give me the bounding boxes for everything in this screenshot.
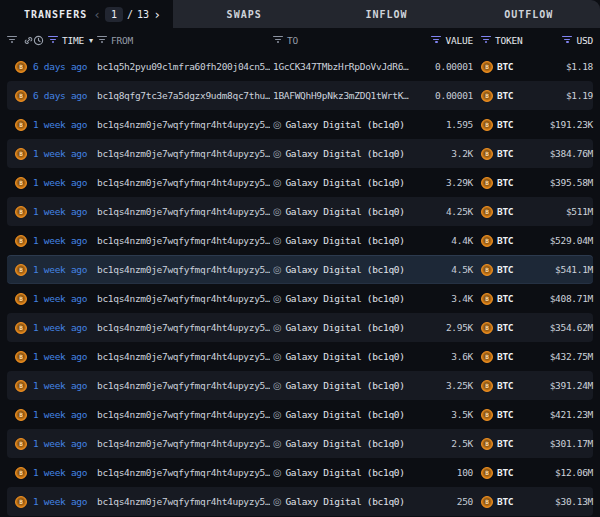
usd-text: $1.19 (527, 90, 593, 101)
row-token-cell: B BTC (473, 438, 527, 450)
time-link[interactable]: 1 week ago (33, 438, 87, 449)
filter-icon[interactable] (7, 36, 17, 45)
time-link[interactable]: 1 week ago (33, 351, 87, 362)
table-row[interactable]: B 1 week ago bc1qs4nzm0je7wqfyfmqr4ht4up… (7, 342, 593, 371)
table-row[interactable]: B 1 week ago bc1qs4nzm0je7wqfyfmqr4ht4up… (7, 313, 593, 342)
table-row[interactable]: B 1 week ago bc1qs4nzm0je7wqfyfmqr4ht4up… (7, 400, 593, 429)
prev-page-icon[interactable]: ‹ (93, 8, 101, 21)
usd-filter-icon[interactable] (562, 36, 572, 45)
token-filter-icon[interactable] (481, 36, 491, 45)
from-address-link[interactable]: bc1qs4nzm0je7wqfyfmqr4ht4upyzy5… (97, 429, 270, 458)
time-link[interactable]: 1 week ago (33, 293, 87, 304)
table-row[interactable]: B 6 days ago bc1q5h2pyu09clmfra60fh200j0… (7, 52, 593, 81)
to-link[interactable]: 1BAFWQhH9pNkz3mZDQ1tWrtKkSHVCkc… (273, 81, 413, 110)
from-address-link[interactable]: bc1qs4nzm0je7wqfyfmqr4ht4upyzy5… (97, 197, 270, 226)
table-row[interactable]: B 1 week ago bc1qs4nzm0je7wqfyfmqr4ht4up… (7, 226, 593, 255)
from-address-link[interactable]: bc1qs4nzm0je7wqfyfmqr4ht4upyzy5… (97, 487, 270, 516)
time-filter-icon[interactable] (48, 36, 58, 45)
time-link[interactable]: 1 week ago (33, 380, 87, 391)
table-row[interactable]: B 1 week ago bc1qs4nzm0je7wqfyfmqr4ht4up… (7, 284, 593, 313)
table-row[interactable]: B 6 days ago bc1q8qfg7tc3e7a5dgzx9udm8qc… (7, 81, 593, 110)
from-address-link[interactable]: bc1qs4nzm0je7wqfyfmqr4ht4upyzy5… (97, 110, 270, 139)
from-address-link[interactable]: bc1qs4nzm0je7wqfyfmqr4ht4upyzy5… (97, 255, 270, 284)
value-text: 4.25K (413, 206, 473, 217)
to-filter-icon[interactable] (273, 36, 283, 45)
to-link[interactable]: ◎ Galaxy Digital (bc1q0) (273, 284, 405, 313)
to-link[interactable]: ◎ Galaxy Digital (bc1q0) (273, 371, 405, 400)
next-page-icon[interactable]: › (153, 8, 161, 21)
column-token[interactable]: TOKEN (473, 35, 527, 46)
table-row[interactable]: B 1 week ago bc1qs4nzm0je7wqfyfmqr4ht4up… (7, 371, 593, 400)
from-address-link[interactable]: bc1qs4nzm0je7wqfyfmqr4ht4upyzy5… (97, 284, 270, 313)
from-address-link[interactable]: bc1q8qfg7tc3e7a5dgzx9udm8qc7thu… (97, 81, 270, 110)
from-address-link[interactable]: bc1q5h2pyu09clmfra60fh200j04cn5… (97, 52, 270, 81)
to-link[interactable]: ◎ Galaxy Digital (bc1q0) (273, 487, 405, 516)
time-link[interactable]: 1 week ago (33, 496, 87, 507)
time-link[interactable]: 1 week ago (33, 148, 87, 159)
from-address-link[interactable]: bc1qs4nzm0je7wqfyfmqr4ht4upyzy5… (97, 168, 270, 197)
time-link[interactable]: 6 days ago (33, 90, 87, 101)
to-link[interactable]: ◎ Galaxy Digital (bc1q0) (273, 226, 405, 255)
column-from[interactable]: FROM (97, 35, 273, 46)
tab-inflow[interactable]: INFLOW (315, 0, 457, 28)
row-from-cell: bc1qs4nzm0je7wqfyfmqr4ht4upyzy5… (97, 371, 273, 400)
time-link[interactable]: 1 week ago (33, 264, 87, 275)
to-link[interactable]: ◎ Galaxy Digital (bc1q0) (273, 168, 405, 197)
from-address-link[interactable]: bc1qs4nzm0je7wqfyfmqr4ht4upyzy5… (97, 226, 270, 255)
table-row[interactable]: B 1 week ago bc1qs4nzm0je7wqfyfmqr4ht4up… (7, 458, 593, 487)
time-link[interactable]: 1 week ago (33, 409, 87, 420)
from-address-link[interactable]: bc1qs4nzm0je7wqfyfmqr4ht4upyzy5… (97, 139, 270, 168)
row-value-cell: 3.2K (413, 148, 473, 159)
table-row[interactable]: B 1 week ago bc1qs4nzm0je7wqfyfmqr4ht4up… (7, 139, 593, 168)
to-link[interactable]: ◎ Galaxy Digital (bc1q0) (273, 255, 405, 284)
from-address-link[interactable]: bc1qs4nzm0je7wqfyfmqr4ht4upyzy5… (97, 313, 270, 342)
tab-swaps[interactable]: SWAPS (173, 0, 315, 28)
table-row[interactable]: B 1 week ago bc1qs4nzm0je7wqfyfmqr4ht4up… (7, 255, 593, 284)
to-link[interactable]: ◎ Galaxy Digital (bc1q0) (273, 400, 405, 429)
time-link[interactable]: 1 week ago (33, 322, 87, 333)
to-link[interactable]: ◎ Galaxy Digital (bc1q0) (273, 197, 405, 226)
btc-icon: B (481, 438, 493, 450)
to-link[interactable]: ◎ Galaxy Digital (bc1q0) (273, 139, 405, 168)
table-row[interactable]: B 1 week ago bc1qs4nzm0je7wqfyfmqr4ht4up… (7, 168, 593, 197)
time-link[interactable]: 6 days ago (33, 61, 87, 72)
time-link[interactable]: 1 week ago (33, 177, 87, 188)
from-address-link[interactable]: bc1qs4nzm0je7wqfyfmqr4ht4upyzy5… (97, 400, 270, 429)
from-address-link[interactable]: bc1qs4nzm0je7wqfyfmqr4ht4upyzy5… (97, 371, 270, 400)
table-row[interactable]: B 1 week ago bc1qs4nzm0je7wqfyfmqr4ht4up… (7, 110, 593, 139)
usd-text: $432.75M (527, 351, 593, 362)
to-link[interactable]: ◎ Galaxy Digital (bc1q0) (273, 458, 405, 487)
row-token-cell: B BTC (473, 496, 527, 508)
from-filter-icon[interactable] (97, 36, 107, 45)
to-link[interactable]: ◎ Galaxy Digital (bc1q0) (273, 110, 405, 139)
tab-transfers[interactable]: TRANSFERS ‹ 1 / 13 › (0, 0, 173, 28)
column-time[interactable]: TIME ▾ (33, 35, 97, 46)
to-link[interactable]: 1GcCK347TMbzHrRpDoVvJdR6eyECyqH… (273, 52, 413, 81)
table-row[interactable]: B 1 week ago bc1qs4nzm0je7wqfyfmqr4ht4up… (7, 487, 593, 516)
row-from-cell: bc1q8qfg7tc3e7a5dgzx9udm8qc7thu… (97, 81, 273, 110)
row-time-cell: 1 week ago (33, 206, 97, 217)
token-label: BTC (497, 235, 513, 246)
time-link[interactable]: 1 week ago (33, 206, 87, 217)
table-row[interactable]: B 1 week ago bc1qs4nzm0je7wqfyfmqr4ht4up… (7, 197, 593, 226)
column-usd[interactable]: USD (527, 35, 593, 46)
from-address-link[interactable]: bc1qs4nzm0je7wqfyfmqr4ht4upyzy5… (97, 458, 270, 487)
btc-icon: B (481, 409, 493, 421)
column-value[interactable]: VALUE (413, 35, 473, 46)
to-link[interactable]: ◎ Galaxy Digital (bc1q0) (273, 429, 405, 458)
time-link[interactable]: 1 week ago (33, 119, 87, 130)
time-link[interactable]: 1 week ago (33, 235, 87, 246)
value-text: 100 (413, 467, 473, 478)
sort-caret-icon: ▾ (89, 36, 93, 45)
table-row[interactable]: B 1 week ago bc1qs4nzm0je7wqfyfmqr4ht4up… (7, 429, 593, 458)
row-to-cell: 1BAFWQhH9pNkz3mZDQ1tWrtKkSHVCkc… (273, 81, 413, 110)
row-time-cell: 6 days ago (33, 61, 97, 72)
tab-outflow[interactable]: OUTFLOW (458, 0, 600, 28)
from-address-link[interactable]: bc1qs4nzm0je7wqfyfmqr4ht4upyzy5… (97, 342, 270, 371)
to-link[interactable]: ◎ Galaxy Digital (bc1q0) (273, 342, 405, 371)
to-link[interactable]: ◎ Galaxy Digital (bc1q0) (273, 313, 405, 342)
value-filter-icon[interactable] (431, 36, 441, 45)
btc-icon: B (15, 409, 27, 421)
time-link[interactable]: 1 week ago (33, 467, 87, 478)
column-to[interactable]: TO (273, 35, 413, 46)
